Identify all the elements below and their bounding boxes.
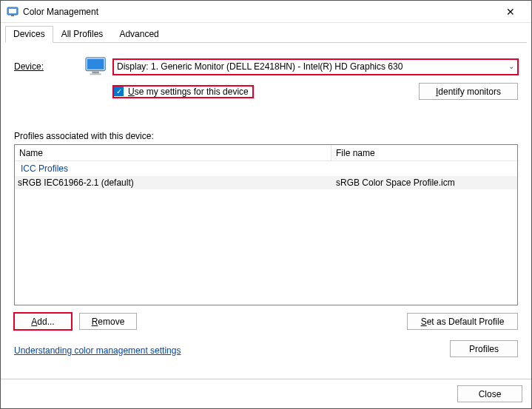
close-button[interactable]: Close (457, 385, 522, 402)
device-dropdown[interactable]: Display: 1. Generic Monitor (DELL E2418H… (113, 59, 518, 75)
use-settings-label[interactable]: Use my settings for this device (128, 87, 249, 97)
remove-button[interactable]: Remove (79, 313, 137, 330)
settings-row: ✓ Use my settings for this device Identi… (113, 83, 518, 100)
profiles-button[interactable]: Profiles (450, 340, 518, 357)
color-management-window: Color Management ✕ Devices All Profiles … (0, 0, 532, 409)
close-icon[interactable]: ✕ (496, 6, 525, 18)
profiles-label: Profiles associated with this device: (14, 131, 518, 141)
tab-devices[interactable]: Devices (5, 26, 53, 43)
set-default-button[interactable]: Set as Default Profile (407, 313, 518, 330)
column-name[interactable]: Name (15, 145, 331, 160)
titlebar: Color Management ✕ (1, 1, 531, 23)
list-item-name: sRGB IEC61966-2.1 (default) (15, 178, 331, 188)
device-label: Device: (14, 61, 85, 72)
svg-rect-1 (9, 9, 16, 13)
list-group-icc: ICC Profiles (15, 161, 517, 176)
identify-monitors-button[interactable]: Identify monitors (419, 83, 518, 100)
svg-rect-2 (11, 15, 14, 16)
device-dropdown-value: Display: 1. Generic Monitor (DELL E2418H… (117, 61, 403, 72)
app-icon (7, 6, 18, 18)
understanding-link[interactable]: Understanding color management settings (14, 345, 181, 356)
profiles-list[interactable]: Name File name ICC Profiles sRGB IEC6196… (14, 144, 518, 305)
svg-rect-6 (90, 73, 101, 75)
use-settings-wrap: ✓ Use my settings for this device (113, 86, 253, 98)
tab-advanced[interactable]: Advanced (111, 26, 166, 43)
list-item[interactable]: sRGB IEC61966-2.1 (default) sRGB Color S… (15, 176, 517, 189)
list-header: Name File name (15, 145, 517, 161)
chevron-down-icon: ⌄ (508, 62, 514, 70)
tab-bar: Devices All Profiles Advanced (1, 23, 531, 43)
device-row: Device: Display: 1. Generic Monitor (DEL… (14, 56, 518, 77)
tab-content: Device: Display: 1. Generic Monitor (DEL… (1, 43, 531, 379)
use-settings-checkbox[interactable]: ✓ (114, 87, 124, 96)
monitor-icon (85, 56, 109, 77)
svg-rect-5 (92, 72, 98, 74)
column-file[interactable]: File name (331, 148, 517, 158)
add-button[interactable]: Add... (14, 313, 72, 330)
list-item-file: sRGB Color Space Profile.icm (331, 178, 517, 188)
dialog-footer: Close (1, 379, 531, 408)
profile-buttons-row: Add... Remove Set as Default Profile (14, 313, 518, 330)
svg-rect-4 (87, 59, 104, 70)
tab-all-profiles[interactable]: All Profiles (53, 26, 112, 43)
window-title: Color Management (23, 7, 496, 17)
